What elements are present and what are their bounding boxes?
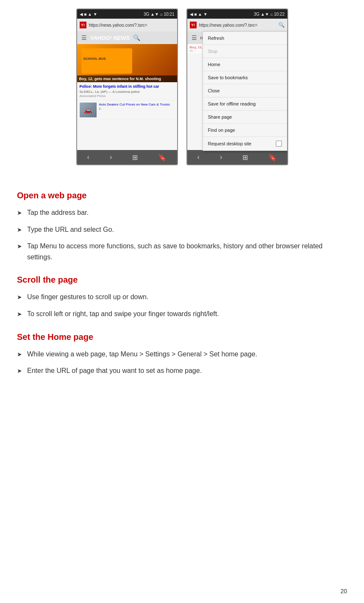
news-source-1: Associated Press [80,94,175,98]
url-text-2: https://news.yahoo.com/?.tsrc= [199,23,276,28]
dropdown-item-find-on-page[interactable]: Find on page [203,124,287,137]
hero-image-1: Boy, 12, gets max sentence for N.M. shoo… [77,44,177,82]
list-item-text: While viewing a web page, tap Menu > Set… [27,349,257,360]
dropdown-menu: Refresh Stop Home Save to bookmarks Clos… [203,31,287,151]
bus-graphic [81,48,132,74]
heading-open-web-page: Open a web page [17,191,347,200]
list-item-text: Enter the URL of page that you want to s… [27,365,202,376]
dropdown-item-save-bookmarks[interactable]: Save to bookmarks [203,71,287,84]
bullet-arrow-icon: ➤ [17,242,22,262]
status-bar-1: ◀ ■ ▲ ▼ 3G ▲▼ ᵢᵢᵢ 10:21 [77,9,177,19]
browser-nav-bar-1: ☰ YAHOO! NEWS 🔍 [77,31,177,44]
status-bar-2: ◀ ■ ▲ ▼ 3G ▲▼ ᵢᵢᵢ 10:22 [187,9,287,19]
page-number: 20 [340,588,347,595]
list-item-text: Use finger gestures to scroll up or down… [27,292,148,303]
back-icon: ‹ [87,153,89,161]
heading-set-home-page: Set the Home page [17,332,347,342]
bookmark-icon-2: 🔖 [268,153,277,161]
ad-title-1: Auto Dealers Cut Prices on New Cars & Tr… [99,103,170,107]
request-desktop-checkbox[interactable] [276,141,282,147]
bullet-arrow-icon: ➤ [17,309,22,320]
dropdown-item-save-offline[interactable]: Save for offline reading [203,97,287,111]
list-item-text: Type the URL and select Go. [27,224,114,235]
scroll-page-list: ➤ Use finger gestures to scroll up or do… [17,292,347,319]
yahoo-favicon-2: Y! [190,22,197,28]
menu-icon-1: ☰ [80,33,89,42]
phone-screen-2: ◀ ■ ▲ ▼ 3G ▲▼ ᵢᵢᵢ 10:22 Y! https://news.… [186,8,288,165]
url-text-1: https://news.yahoo.com/?.tsrc= [89,23,175,28]
dropdown-item-request-desktop[interactable]: Request desktop site [203,137,287,150]
bottom-nav-2: ‹ › ⊞ 🔖 [187,150,287,164]
forward-icon: › [110,153,112,161]
phone-screen-1: ◀ ■ ▲ ▼ 3G ▲▼ ᵢᵢᵢ 10:21 Y! https://news.… [76,8,178,165]
url-bar-2: Y! https://news.yahoo.com/?.tsrc= 🔍 [187,19,287,31]
car-image: 🚗 [80,103,97,117]
document-content: Open a web page ➤ Tap the address bar. ➤… [0,178,364,399]
open-web-page-list: ➤ Tap the address bar. ➤ Type the URL an… [17,207,347,262]
ad-label-1: $ : [99,107,170,110]
list-item: ➤ Tap the address bar. [17,207,347,218]
heading-scroll-page: Scroll the page [17,275,347,285]
bullet-arrow-icon: ➤ [17,292,22,303]
bullet-arrow-icon: ➤ [17,366,22,376]
news-title-1: Police: Mom forgets infant in stifling h… [80,84,175,89]
bottom-nav-1: ‹ › ⊞ 🔖 [77,150,177,164]
list-item-text: Tap the address bar. [27,207,89,218]
list-item: ➤ While viewing a web page, tap Menu > S… [17,349,347,360]
list-item: ➤ To scroll left or right, tap and swipe… [17,308,347,320]
status-icons-left-2: ◀ ■ ▲ ▼ [190,12,208,17]
yahoo-favicon-1: Y! [80,22,86,28]
dropdown-item-refresh[interactable]: Refresh [203,32,287,45]
url-bar-1: Y! https://news.yahoo.com/?.tsrc= [77,19,177,31]
search-icon-1: 🔍 [131,33,142,42]
list-item-text: To scroll left or right, tap and swipe y… [27,308,219,320]
list-item: ➤ Tap Menu to access more functions, suc… [17,241,347,262]
news-item-1: Police: Mom forgets infant in stifling h… [77,82,177,100]
forward-icon-2: › [220,153,222,161]
list-item: ➤ Type the URL and select Go. [17,224,347,235]
list-item: ➤ Enter the URL of page that you want to… [17,365,347,376]
status-time-1: 3G ▲▼ ᵢᵢᵢ 10:21 [144,12,175,17]
ad-item-1: 🚗 Auto Dealers Cut Prices on New Cars & … [77,100,177,120]
dropdown-item-home[interactable]: Home [203,58,287,71]
screenshots-container: ◀ ■ ▲ ▼ 3G ▲▼ ᵢᵢᵢ 10:21 Y! https://news.… [0,0,364,178]
list-item: ➤ Use finger gestures to scroll up or do… [17,292,347,303]
bullet-arrow-icon: ➤ [17,350,22,360]
bullet-arrow-icon: ➤ [17,225,22,235]
set-home-page-list: ➤ While viewing a web page, tap Menu > S… [17,349,347,376]
bookmark-icon: 🔖 [158,153,167,161]
status-icons-left: ◀ ■ ▲ ▼ [80,12,97,17]
tabs-icon: ⊞ [132,153,138,161]
tabs-icon-2: ⊞ [242,153,248,161]
search-icon-2: 🔍 [278,22,285,28]
dropdown-item-close[interactable]: Close [203,84,287,97]
list-item-text: Tap Menu to access more functions, such … [27,241,347,262]
status-time-2: 3G ▲▼ ᵢᵢᵢ 10:22 [254,12,285,17]
dropdown-item-stop[interactable]: Stop [203,45,287,58]
bullet-arrow-icon: ➤ [17,208,22,218]
hero-caption-1: Boy, 12, gets max sentence for N.M. shoo… [77,75,177,82]
back-icon-2: ‹ [197,153,200,161]
menu-icon-2: ☰ [190,33,199,42]
yahoo-logo-1: YAHOO! NEWS [90,35,130,41]
dropdown-item-share-page[interactable]: Share page [203,111,287,124]
news-subtitle-1: SLIDELL, La. (AP) — A Louisinna police [80,90,175,94]
